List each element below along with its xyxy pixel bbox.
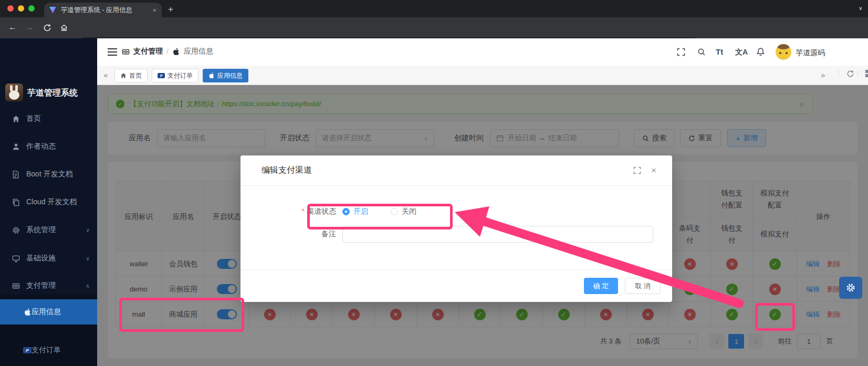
browser-toolbar: ← → i 127.0.0.1/pay/app ☆ 1 ★ ∨∨ <box>0 17 868 38</box>
chevron-down-icon: ∨ <box>86 255 90 262</box>
sidebar-item-label: 作者动态 <box>26 142 56 151</box>
top-navbar: 支付管理 / 应用信息 Tt 文A 芋道源码 <box>97 38 868 66</box>
font-size-icon[interactable]: Tt <box>716 47 723 56</box>
user-avatar[interactable] <box>776 44 791 60</box>
sidebar-item-pay-order[interactable]: P 支付订单 <box>0 338 97 363</box>
sidebar: 芋道管理系统 首页 作者动态 Boot 开发文档 Cloud 开发文档 系统管理… <box>0 38 97 366</box>
sidebar-item-author[interactable]: 作者动态 <box>0 135 97 158</box>
fullscreen-icon[interactable] <box>677 48 685 56</box>
dialog-close-icon[interactable]: × <box>651 165 656 176</box>
gear-icon <box>846 283 855 292</box>
sidebar-item-system[interactable]: 系统管理 ∨ <box>0 218 97 242</box>
window-close-button[interactable] <box>7 5 14 12</box>
dialog-title: 编辑支付渠道 <box>262 165 312 176</box>
edit-channel-dialog: 编辑支付渠道 × *渠道状态 开启 关闭 备注 确 定 取 消 <box>240 155 672 302</box>
sidebar-item-label: 首页 <box>26 114 41 123</box>
theme-settings-button[interactable] <box>839 277 862 299</box>
forward-icon[interactable]: → <box>25 23 34 32</box>
dialog-header: 编辑支付渠道 × <box>240 155 672 186</box>
monitor-icon <box>12 254 20 263</box>
annotation-box-mall-row <box>119 298 244 332</box>
tab-label: 首页 <box>129 71 142 80</box>
bell-icon[interactable] <box>756 47 765 56</box>
browser-tab[interactable]: 芋道管理系统 - 应用信息 × <box>44 3 162 17</box>
tab-close-icon[interactable]: × <box>152 6 156 14</box>
sidebar-item-infra[interactable]: 基础设施 ∨ <box>0 247 97 270</box>
new-tab-button[interactable]: + <box>168 4 173 15</box>
browser-tab-strip: 芋道管理系统 - 应用信息 × + ∨ <box>0 0 868 17</box>
confirm-button[interactable]: 确 定 <box>584 278 619 294</box>
channel-status-row: *渠道状态 开启 关闭 <box>240 207 672 216</box>
apple-icon <box>23 308 32 316</box>
document-icon <box>12 170 20 179</box>
breadcrumb-level2: 应用信息 <box>184 47 213 56</box>
paypal-icon: P <box>23 346 32 354</box>
home-icon <box>12 114 20 123</box>
payment-icon <box>122 48 130 56</box>
sidebar-item-app-info[interactable]: 应用信息 <box>0 299 97 325</box>
chevron-up-icon: ∧ <box>86 283 90 289</box>
chevron-down-icon: ∨ <box>86 227 90 234</box>
pay-submenu: 应用信息 P 支付订单 ® 退款订单 转账订单 <box>0 295 97 366</box>
breadcrumb-level1[interactable]: 支付管理 <box>133 47 163 56</box>
hamburger-menu-icon[interactable] <box>108 48 117 56</box>
app-title: 芋道管理系统 <box>27 88 78 99</box>
chevron-double-right-icon[interactable]: » <box>821 70 825 79</box>
breadcrumb: 支付管理 / 应用信息 <box>122 47 213 56</box>
logo-rabbit-avatar <box>5 83 23 101</box>
home-icon[interactable] <box>60 24 68 32</box>
sidebar-item-label: 支付订单 <box>32 346 61 355</box>
tab-label: 支付订单 <box>168 71 193 80</box>
sidebar-item-label: 系统管理 <box>26 225 56 235</box>
required-mark: * <box>302 207 305 215</box>
apple-icon <box>172 48 180 56</box>
sidebar-item-label: 支付管理 <box>26 281 56 290</box>
refresh-tab-icon[interactable] <box>839 70 854 78</box>
sidebar-item-label: 应用信息 <box>32 307 61 317</box>
window-minimize-button[interactable] <box>18 5 24 12</box>
username[interactable]: 芋道源码 <box>796 48 825 58</box>
cancel-button[interactable]: 取 消 <box>625 278 661 294</box>
sidebar-item-home[interactable]: 首页 <box>0 107 97 130</box>
reload-icon[interactable] <box>43 24 51 32</box>
dialog-fullscreen-icon[interactable] <box>633 166 641 174</box>
tab-pay-order[interactable]: P 支付订单 <box>152 69 198 82</box>
user-icon <box>12 142 20 151</box>
home-icon <box>120 72 127 79</box>
remark-row: 备注 <box>240 226 672 243</box>
browser-tab-title: 芋道管理系统 - 应用信息 <box>61 6 145 15</box>
tags-view-bar: « 首页 P 支付订单 应用信息 » <box>97 66 868 85</box>
documents-icon <box>12 198 20 206</box>
sidebar-item-label: Boot 开发文档 <box>26 170 73 179</box>
tab-app-info[interactable]: 应用信息 <box>203 69 248 82</box>
gear-icon <box>12 226 20 234</box>
search-icon[interactable] <box>697 48 706 56</box>
remark-label: 备注 <box>240 229 342 239</box>
dialog-footer-divider <box>240 269 672 270</box>
chevron-double-left-icon[interactable]: « <box>103 70 108 79</box>
vite-favicon-icon <box>49 7 56 14</box>
annotation-box-mock-pay-check <box>755 303 795 331</box>
sidebar-item-boot-doc[interactable]: Boot 开发文档 <box>0 163 97 186</box>
annotation-box-channel-status <box>307 204 453 229</box>
sidebar-item-cloud-doc[interactable]: Cloud 开发文档 <box>0 191 97 214</box>
sidebar-item-label: Cloud 开发文档 <box>26 197 77 207</box>
layout-grid-icon[interactable] <box>857 70 868 77</box>
tab-search-chevron-icon[interactable]: ∨ <box>855 2 866 14</box>
window-zoom-button[interactable] <box>28 5 35 12</box>
dialog-footer: 确 定 取 消 <box>584 278 661 294</box>
breadcrumb-separator: / <box>166 47 169 56</box>
sidebar-item-label: 基础设施 <box>26 254 56 263</box>
back-icon[interactable]: ← <box>8 23 17 32</box>
tab-label: 应用信息 <box>217 71 243 80</box>
sidebar-item-pay[interactable]: 支付管理 ∧ <box>0 274 97 297</box>
apple-icon <box>208 72 215 79</box>
tab-home[interactable]: 首页 <box>114 69 148 82</box>
payment-icon <box>12 281 20 290</box>
translate-icon[interactable]: 文A <box>735 48 748 57</box>
paypal-icon: P <box>158 73 165 78</box>
